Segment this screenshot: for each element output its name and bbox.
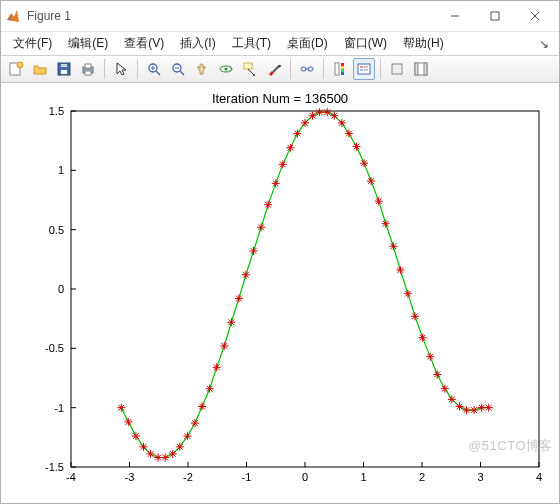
svg-text:1: 1 [360, 471, 366, 483]
menu-tools[interactable]: 工具(T) [224, 33, 279, 54]
svg-rect-8 [61, 64, 67, 67]
svg-rect-11 [85, 71, 91, 75]
svg-text:-4: -4 [66, 471, 76, 483]
menu-bar: 文件(F) 编辑(E) 查看(V) 插入(I) 工具(T) 桌面(D) 窗口(W… [1, 31, 559, 55]
svg-text:0.5: 0.5 [49, 224, 64, 236]
svg-text:-3: -3 [125, 471, 135, 483]
close-button[interactable] [515, 2, 555, 30]
minimize-button[interactable] [435, 2, 475, 30]
svg-line-24 [273, 66, 279, 72]
matlab-icon [5, 8, 21, 24]
svg-text:-1: -1 [242, 471, 252, 483]
menu-file[interactable]: 文件(F) [5, 33, 60, 54]
toolbar-separator [380, 59, 381, 79]
toolbar-separator [290, 59, 291, 79]
svg-text:-0.5: -0.5 [45, 342, 64, 354]
figure-window: Figure 1 文件(F) 编辑(E) 查看(V) 插入(I) 工具(T) 桌… [0, 0, 560, 504]
new-figure-button[interactable] [5, 58, 27, 80]
svg-rect-32 [341, 69, 344, 72]
insert-legend-button[interactable] [353, 58, 375, 80]
window-title: Figure 1 [27, 9, 435, 23]
svg-line-22 [248, 69, 254, 75]
svg-rect-39 [392, 64, 402, 74]
maximize-button[interactable] [475, 2, 515, 30]
menu-insert[interactable]: 插入(I) [172, 33, 223, 54]
svg-text:4: 4 [536, 471, 542, 483]
svg-rect-41 [415, 63, 418, 75]
svg-text:-2: -2 [183, 471, 193, 483]
svg-rect-30 [341, 63, 344, 66]
svg-line-2 [531, 12, 539, 20]
menu-desktop[interactable]: 桌面(D) [279, 33, 336, 54]
toolbar-separator [137, 59, 138, 79]
svg-text:-1.5: -1.5 [45, 461, 64, 473]
svg-line-3 [531, 12, 539, 20]
svg-point-5 [17, 62, 23, 68]
data-cursor-button[interactable] [239, 58, 261, 80]
toolbar-separator [323, 59, 324, 79]
svg-text:-1: -1 [54, 402, 64, 414]
svg-text:0: 0 [58, 283, 64, 295]
link-button[interactable] [296, 58, 318, 80]
svg-rect-43 [71, 111, 539, 467]
menu-view[interactable]: 查看(V) [116, 33, 172, 54]
svg-line-13 [156, 71, 160, 75]
svg-rect-29 [335, 63, 339, 75]
menu-edit[interactable]: 编辑(E) [60, 33, 116, 54]
save-button[interactable] [53, 58, 75, 80]
svg-rect-10 [85, 64, 91, 68]
svg-line-17 [180, 71, 184, 75]
svg-rect-21 [244, 63, 252, 69]
toolbar [1, 55, 559, 83]
svg-text:3: 3 [477, 471, 483, 483]
chart-canvas: -4-3-2-101234-1.5-1-0.500.511.5 [1, 83, 559, 501]
zoom-out-button[interactable] [167, 58, 189, 80]
print-button[interactable] [77, 58, 99, 80]
svg-text:1.5: 1.5 [49, 105, 64, 117]
show-plot-tools-button[interactable] [410, 58, 432, 80]
menu-help[interactable]: 帮助(H) [395, 33, 452, 54]
rotate-3d-button[interactable] [215, 58, 237, 80]
svg-text:1: 1 [58, 164, 64, 176]
svg-text:0: 0 [302, 471, 308, 483]
svg-point-20 [225, 68, 228, 71]
toolbar-separator [104, 59, 105, 79]
svg-rect-1 [491, 12, 499, 20]
title-bar: Figure 1 [1, 1, 559, 31]
svg-rect-7 [61, 70, 67, 74]
pointer-button[interactable] [110, 58, 132, 80]
insert-colorbar-button[interactable] [329, 58, 351, 80]
menu-window[interactable]: 窗口(W) [336, 33, 395, 54]
svg-point-23 [253, 74, 255, 76]
hide-plot-tools-button[interactable] [386, 58, 408, 80]
svg-rect-42 [424, 63, 427, 75]
brush-button[interactable] [263, 58, 285, 80]
menu-overflow-icon[interactable]: ↘ [533, 37, 555, 51]
svg-rect-34 [358, 64, 370, 74]
open-button[interactable] [29, 58, 51, 80]
axes[interactable]: Iteration Num = 136500 -4-3-2-101234-1.5… [1, 83, 559, 503]
zoom-in-button[interactable] [143, 58, 165, 80]
svg-rect-31 [341, 66, 344, 69]
pan-button[interactable] [191, 58, 213, 80]
svg-rect-33 [341, 72, 344, 75]
svg-text:2: 2 [419, 471, 425, 483]
